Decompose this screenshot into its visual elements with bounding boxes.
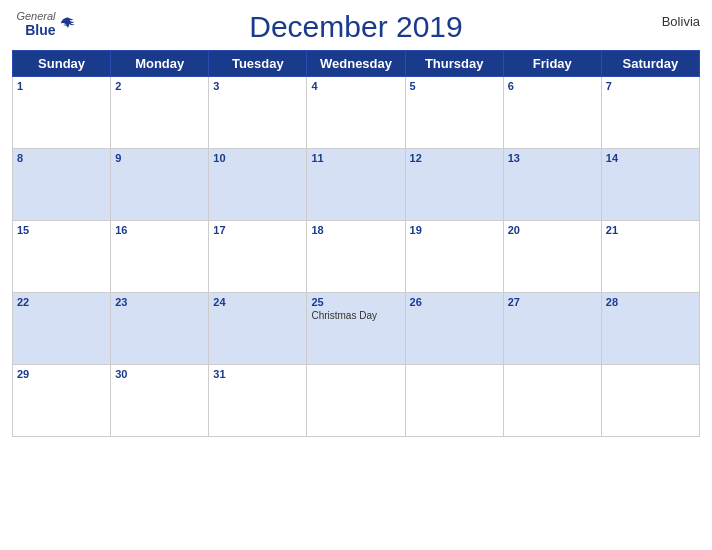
day-number: 13 xyxy=(508,152,597,164)
calendar-cell: 25Christmas Day xyxy=(307,293,405,365)
calendar-cell: 11 xyxy=(307,149,405,221)
calendar-container: General Blue December 2019 Bolivia Sunda… xyxy=(0,0,712,550)
logo-blue-text: Blue xyxy=(25,22,55,38)
calendar-cell xyxy=(503,365,601,437)
calendar-cell: 23 xyxy=(111,293,209,365)
calendar-cell: 15 xyxy=(13,221,111,293)
header-thursday: Thursday xyxy=(405,51,503,77)
calendar-cell: 22 xyxy=(13,293,111,365)
day-number: 24 xyxy=(213,296,302,308)
day-number: 16 xyxy=(115,224,204,236)
calendar-cell: 26 xyxy=(405,293,503,365)
logo-bird-icon xyxy=(58,16,78,32)
header-sunday: Sunday xyxy=(13,51,111,77)
day-number: 29 xyxy=(17,368,106,380)
calendar-header: General Blue December 2019 Bolivia xyxy=(12,10,700,44)
calendar-cell: 18 xyxy=(307,221,405,293)
calendar-cell xyxy=(405,365,503,437)
day-number: 2 xyxy=(115,80,204,92)
week-row-2: 891011121314 xyxy=(13,149,700,221)
day-number: 20 xyxy=(508,224,597,236)
calendar-cell: 5 xyxy=(405,77,503,149)
day-number: 3 xyxy=(213,80,302,92)
day-number: 5 xyxy=(410,80,499,92)
month-title: December 2019 xyxy=(249,10,462,44)
day-number: 25 xyxy=(311,296,400,308)
calendar-cell: 3 xyxy=(209,77,307,149)
day-number: 7 xyxy=(606,80,695,92)
calendar-cell: 8 xyxy=(13,149,111,221)
header-wednesday: Wednesday xyxy=(307,51,405,77)
calendar-cell: 14 xyxy=(601,149,699,221)
day-number: 18 xyxy=(311,224,400,236)
calendar-cell xyxy=(601,365,699,437)
day-number: 6 xyxy=(508,80,597,92)
day-number: 9 xyxy=(115,152,204,164)
calendar-cell: 21 xyxy=(601,221,699,293)
day-number: 14 xyxy=(606,152,695,164)
weekday-header-row: Sunday Monday Tuesday Wednesday Thursday… xyxy=(13,51,700,77)
calendar-cell: 30 xyxy=(111,365,209,437)
day-number: 15 xyxy=(17,224,106,236)
header-friday: Friday xyxy=(503,51,601,77)
calendar-cell: 29 xyxy=(13,365,111,437)
day-number: 28 xyxy=(606,296,695,308)
day-number: 30 xyxy=(115,368,204,380)
day-number: 1 xyxy=(17,80,106,92)
calendar-cell: 27 xyxy=(503,293,601,365)
calendar-table: Sunday Monday Tuesday Wednesday Thursday… xyxy=(12,50,700,437)
calendar-cell: 12 xyxy=(405,149,503,221)
header-saturday: Saturday xyxy=(601,51,699,77)
day-number: 31 xyxy=(213,368,302,380)
day-number: 21 xyxy=(606,224,695,236)
logo-general-text: General xyxy=(16,10,55,22)
week-row-5: 293031 xyxy=(13,365,700,437)
calendar-cell: 20 xyxy=(503,221,601,293)
day-number: 26 xyxy=(410,296,499,308)
calendar-cell: 31 xyxy=(209,365,307,437)
calendar-cell: 7 xyxy=(601,77,699,149)
calendar-cell: 19 xyxy=(405,221,503,293)
week-row-3: 15161718192021 xyxy=(13,221,700,293)
header-monday: Monday xyxy=(111,51,209,77)
day-number: 8 xyxy=(17,152,106,164)
week-row-1: 1234567 xyxy=(13,77,700,149)
day-number: 23 xyxy=(115,296,204,308)
country-label: Bolivia xyxy=(662,14,700,29)
calendar-cell: 1 xyxy=(13,77,111,149)
calendar-cell: 10 xyxy=(209,149,307,221)
calendar-cell: 9 xyxy=(111,149,209,221)
calendar-cell: 6 xyxy=(503,77,601,149)
day-number: 4 xyxy=(311,80,400,92)
calendar-cell: 4 xyxy=(307,77,405,149)
day-number: 11 xyxy=(311,152,400,164)
calendar-cell: 2 xyxy=(111,77,209,149)
calendar-cell: 28 xyxy=(601,293,699,365)
week-row-4: 22232425Christmas Day262728 xyxy=(13,293,700,365)
calendar-cell: 13 xyxy=(503,149,601,221)
day-number: 10 xyxy=(213,152,302,164)
day-number: 19 xyxy=(410,224,499,236)
calendar-cell: 16 xyxy=(111,221,209,293)
calendar-cell: 17 xyxy=(209,221,307,293)
day-number: 22 xyxy=(17,296,106,308)
day-number: 17 xyxy=(213,224,302,236)
header-tuesday: Tuesday xyxy=(209,51,307,77)
calendar-cell xyxy=(307,365,405,437)
day-number: 27 xyxy=(508,296,597,308)
logo: General Blue xyxy=(12,10,82,38)
day-number: 12 xyxy=(410,152,499,164)
calendar-cell: 24 xyxy=(209,293,307,365)
day-event: Christmas Day xyxy=(311,310,400,321)
